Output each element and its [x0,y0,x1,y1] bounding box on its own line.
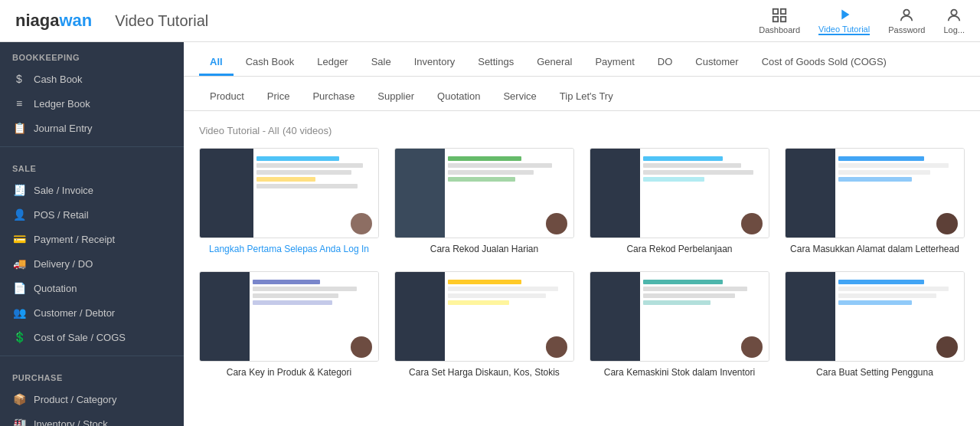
sidebar-item-journal-entry[interactable]: 📋 Journal Entry [0,116,184,140]
filter-cash-book[interactable]: Cash Book [235,50,305,76]
sidebar-item-ledger-book[interactable]: ≡ Ledger Book [0,91,184,116]
nav-dashboard[interactable]: Dashboard [759,7,800,34]
sidebar-item-customer[interactable]: 👥 Customer / Debtor [0,300,184,325]
filter-service[interactable]: Service [492,84,547,110]
inventory-icon: 🏭 [12,417,26,426]
video-title-4: Cara Masukkan Alamat dalam Letterhead [785,243,965,256]
filter-row-1: All Cash Book Ledger Sale Inventory Sett… [184,42,980,77]
cogs-icon: 💲 [12,330,26,344]
video-thumb-3 [590,148,769,238]
journal-icon: 📋 [12,121,26,135]
section-heading: Video Tutorial - All (40 videos) [199,123,965,137]
section-title-bookkeeping: BOOKKEEPING [0,42,184,67]
svg-rect-3 [781,17,786,21]
filter-inventory[interactable]: Inventory [403,50,466,76]
main-layout: BOOKKEEPING $ Cash Book ≡ Ledger Book 📋 … [0,42,980,426]
filter-sale[interactable]: Sale [361,50,402,76]
nav-password[interactable]: Password [888,7,925,34]
filter-all[interactable]: All [199,50,234,76]
sidebar-item-delivery[interactable]: 🚚 Delivery / DO [0,251,184,276]
svg-rect-0 [773,9,778,14]
filter-price[interactable]: Price [256,84,301,110]
filter-general[interactable]: General [526,50,583,76]
sidebar-item-pos[interactable]: 👤 POS / Retail [0,202,184,227]
content-area: All Cash Book Ledger Sale Inventory Sett… [184,42,980,426]
filter-do[interactable]: DO [647,50,684,76]
sidebar-item-cash-book[interactable]: $ Cash Book [0,67,184,91]
video-title-1: Langkah Pertama Selepas Anda Log In [199,243,379,256]
filter-tip[interactable]: Tip Let's Try [549,84,624,110]
quotation-icon: 📄 [12,281,26,295]
sale-icon: 🧾 [12,183,26,197]
filter-cogs[interactable]: Cost of Goods Sold (COGS) [751,50,897,76]
video-card-1[interactable]: Langkah Pertama Selepas Anda Log In [199,148,379,256]
brand-logo: niagawan [15,11,92,31]
sidebar-item-product-category[interactable]: 📦 Product / Category [0,387,184,411]
sidebar-item-cogs[interactable]: 💲 Cost of Sale / COGS [0,325,184,349]
filter-payment[interactable]: Payment [584,50,645,76]
video-card-6[interactable]: Cara Set Harga Diskaun, Kos, Stokis [394,271,574,379]
video-grid: Langkah Pertama Selepas Anda Log In [199,148,965,379]
top-icons: Dashboard Video Tutorial Password Log... [759,6,965,35]
video-thumb-5 [199,271,379,362]
nav-video-tutorial[interactable]: Video Tutorial [818,6,870,35]
video-thumb-2 [394,148,574,238]
video-section: Video Tutorial - All (40 videos) [184,111,980,392]
svg-rect-1 [781,9,786,14]
nav-logout[interactable]: Log... [943,7,965,34]
delivery-icon: 🚚 [12,257,26,270]
video-title-7: Cara Kemaskini Stok dalam Inventori [590,366,769,379]
video-card-3[interactable]: Cara Rekod Perbelanjaan [590,148,769,256]
section-title-sale: SALE [0,153,184,178]
filter-quotation-tab[interactable]: Quotation [426,84,491,110]
svg-rect-2 [773,17,778,21]
video-thumb-7 [590,271,769,362]
product-icon: 📦 [12,392,26,406]
filter-ledger[interactable]: Ledger [306,50,358,76]
video-title-5: Cara Key in Produk & Kategori [199,366,379,379]
video-card-2[interactable]: Cara Rekod Jualan Harian [394,148,574,256]
dollar-icon: $ [12,72,26,86]
filter-supplier[interactable]: Supplier [367,84,425,110]
video-thumb-4 [785,148,965,238]
filter-settings[interactable]: Settings [467,50,524,76]
sidebar-item-quotation[interactable]: 📄 Quotation [0,276,184,300]
video-card-4[interactable]: Cara Masukkan Alamat dalam Letterhead [785,148,965,256]
payment-icon: 💳 [12,232,26,246]
video-card-5[interactable]: Cara Key in Produk & Kategori [199,271,379,379]
video-title-6: Cara Set Harga Diskaun, Kos, Stokis [394,366,574,379]
pos-icon: 👤 [12,208,26,221]
video-title-3: Cara Rekod Perbelanjaan [590,243,769,256]
video-thumb-6 [394,271,574,362]
video-card-8[interactable]: Cara Buat Setting Pengguna [785,271,965,379]
video-thumb-8 [785,271,965,362]
section-title-purchase: PURCHASE [0,362,184,387]
sidebar-item-sale-invoice[interactable]: 🧾 Sale / Invoice [0,178,184,202]
sidebar: BOOKKEEPING $ Cash Book ≡ Ledger Book 📋 … [0,42,184,426]
video-card-7[interactable]: Cara Kemaskini Stok dalam Inventori [590,271,769,379]
filter-row-2: Product Price Purchase Supplier Quotatio… [184,77,980,111]
video-thumb-1 [199,148,379,238]
top-nav: niagawan Video Tutorial Dashboard Video … [0,0,980,42]
ledger-icon: ≡ [12,97,26,110]
svg-point-5 [952,10,957,15]
video-title-8: Cara Buat Setting Pengguna [785,366,965,379]
page-title: Video Tutorial [115,12,759,30]
sidebar-item-payment[interactable]: 💳 Payment / Receipt [0,227,184,251]
filter-customer[interactable]: Customer [684,50,749,76]
sidebar-item-inventory[interactable]: 🏭 Inventory / Stock [0,411,184,426]
customer-icon: 👥 [12,306,26,320]
svg-point-4 [904,10,910,15]
filter-purchase[interactable]: Purchase [302,84,365,110]
video-title-2: Cara Rekod Jualan Harian [394,243,574,256]
filter-product[interactable]: Product [199,84,255,110]
